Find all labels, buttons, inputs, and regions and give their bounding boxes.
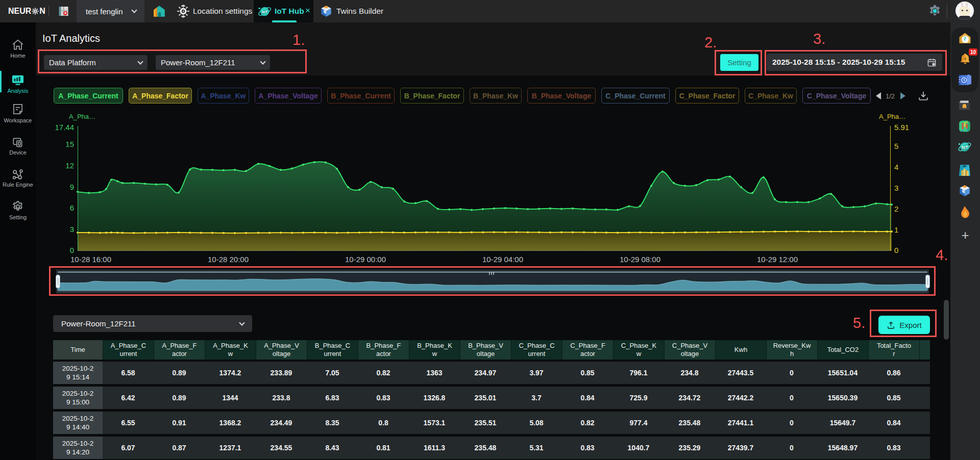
svg-text:3: 3 <box>70 225 74 234</box>
svg-text:0: 0 <box>894 246 898 254</box>
svg-text:9: 9 <box>70 183 74 191</box>
svg-text:17.44: 17.44 <box>55 123 74 132</box>
svg-text:10-29 04:00: 10-29 04:00 <box>482 255 523 264</box>
svg-text:2: 2 <box>894 205 898 213</box>
svg-text:12: 12 <box>65 161 74 170</box>
svg-text:10-28 20:00: 10-28 20:00 <box>208 255 249 264</box>
svg-text:5.91: 5.91 <box>894 123 909 132</box>
svg-text:4: 4 <box>894 163 898 171</box>
svg-text:A_Pha…: A_Pha… <box>69 113 95 120</box>
svg-text:3: 3 <box>894 184 898 192</box>
svg-text:1: 1 <box>894 225 898 234</box>
svg-text:15: 15 <box>65 140 74 148</box>
svg-text:10-29 12:00: 10-29 12:00 <box>757 255 798 264</box>
svg-text:10-29 00:00: 10-29 00:00 <box>345 255 386 264</box>
svg-text:6: 6 <box>70 203 74 212</box>
svg-text:10-28 16:00: 10-28 16:00 <box>70 255 111 264</box>
svg-text:A_Pha…: A_Pha… <box>879 113 905 120</box>
svg-text:0: 0 <box>70 246 74 254</box>
svg-text:5: 5 <box>894 142 898 150</box>
svg-text:10-29 08:00: 10-29 08:00 <box>620 255 660 264</box>
